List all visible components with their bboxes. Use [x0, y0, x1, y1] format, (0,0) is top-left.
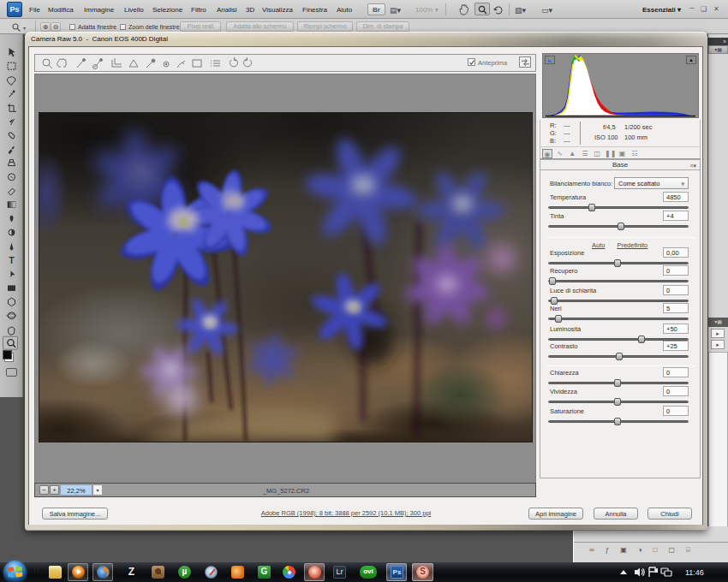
svg-text:T: T [9, 256, 14, 265]
